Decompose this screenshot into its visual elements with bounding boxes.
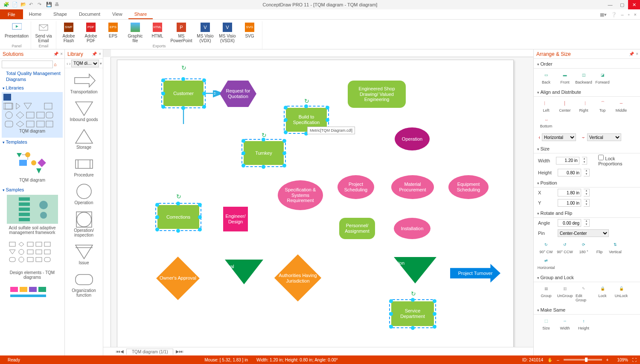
flip-horizontal-button[interactable]: ⇄Horizontal [538, 257, 554, 270]
file-tab[interactable]: File [0, 9, 23, 19]
group-section[interactable]: Group and Lock [534, 272, 640, 282]
rotation-handle[interactable]: ↻ [411, 290, 416, 295]
rotate-section[interactable]: Rotate and Flip [534, 208, 640, 218]
save-lib-icon[interactable] [3, 94, 11, 101]
width-input[interactable] [556, 157, 579, 165]
align-center-button[interactable]: │Center [557, 99, 573, 113]
bring-front-button[interactable]: ▬Front [557, 71, 573, 84]
undo-icon[interactable]: ↶ [29, 2, 35, 8]
align-middle-button[interactable]: ─Middle [613, 99, 629, 113]
lib-menu-icon[interactable]: ▾ [100, 61, 102, 66]
sample-thumbnail-3[interactable] [7, 284, 58, 304]
template-thumbnail[interactable] [9, 147, 56, 176]
pan-tool-icon[interactable]: ✋ [547, 358, 553, 362]
zoom-out-button[interactable]: – [553, 358, 564, 362]
templates-section[interactable]: Templates [2, 138, 63, 145]
zoom-in-button[interactable]: + [602, 358, 613, 362]
window-min-icon[interactable]: – [621, 12, 624, 17]
solutions-search-input[interactable] [2, 61, 53, 68]
width-spinner[interactable]: ▲▼ [582, 157, 588, 165]
window-close-icon[interactable]: × [634, 12, 637, 17]
maximize-button[interactable]: ▢ [616, 0, 628, 9]
export-vsdx-button[interactable]: VMS Visio (VSDX) [217, 21, 238, 44]
angle-spinner[interactable]: ▲▼ [584, 219, 590, 227]
bring-forward-button[interactable]: ◪Forward [594, 71, 611, 84]
open-icon[interactable]: 📂 [20, 2, 26, 8]
align-top-button[interactable]: ⎴Top [594, 99, 611, 113]
close-panel-icon[interactable]: × [99, 52, 101, 56]
sample-thumbnail-1[interactable] [7, 195, 58, 224]
export-svg-button[interactable]: SVGSVG [239, 21, 260, 44]
export-vdx-button[interactable]: VMS Visio (VDX) [195, 21, 216, 44]
same-size-button[interactable]: ⬚Size [538, 317, 554, 330]
close-panel-icon[interactable]: × [60, 52, 63, 56]
same-section[interactable]: Make Same [534, 305, 640, 315]
flip-vertical-button[interactable]: ⇅Vertical [607, 241, 623, 254]
align-left-button[interactable]: ⎸Left [538, 99, 554, 113]
panels-dropdown-icon[interactable]: ▦▾ [600, 12, 607, 17]
align-section[interactable]: Align and Distribute [534, 87, 640, 97]
tab-home[interactable]: Home [23, 9, 47, 19]
pin-select[interactable]: Center-Center [558, 229, 609, 237]
node-esd[interactable]: Engineered Shop Drawing/ Valued Engineer… [348, 81, 406, 108]
height-input[interactable] [558, 169, 581, 176]
position-section[interactable]: Position [534, 178, 640, 188]
close-panel-icon[interactable]: × [636, 52, 638, 56]
node-turnkey[interactable]: Turnkey [244, 141, 284, 165]
save-icon[interactable]: 💾 [46, 2, 52, 8]
prev-icon[interactable]: ‹ [67, 61, 68, 66]
node-corrections[interactable]: Corrections [157, 205, 199, 229]
y-input[interactable] [558, 199, 581, 207]
libraries-section[interactable]: Libraries [2, 84, 63, 91]
close-button[interactable]: ✕ [628, 0, 640, 9]
sample-thumbnail-2[interactable] [7, 240, 58, 269]
lib-storage[interactable]: Storage [67, 125, 101, 153]
same-height-button[interactable]: ↕Height [576, 317, 592, 330]
library-selector[interactable]: TQM di… [71, 60, 99, 67]
node-auth[interactable]: Authorities Having Jurisdiction [274, 266, 321, 291]
node-install[interactable]: Installation [394, 218, 431, 239]
page[interactable]: ↻ Customer Request for Quotation ↻ Build… [117, 60, 514, 347]
lock-button[interactable]: 🔒Lock [594, 285, 611, 302]
lib-op-inspection[interactable]: Operation/ inspection [67, 208, 101, 241]
tab-document[interactable]: Document [73, 9, 106, 19]
send-email-button[interactable]: Send via Email [33, 21, 54, 44]
tab-shape[interactable]: Shape [47, 9, 73, 19]
node-mat[interactable]: Material Procurement [391, 175, 434, 199]
lib-inbound[interactable]: Inbound goods [67, 98, 101, 125]
send-back-button[interactable]: ▭Back [538, 71, 554, 84]
next-page-icon[interactable]: ▶ [176, 349, 179, 354]
node-equip[interactable]: Equipment Scheduling [448, 175, 489, 199]
first-page-icon[interactable]: ⏮ [116, 349, 120, 354]
node-rfq[interactable]: Request for Quotation [220, 81, 256, 107]
samples-section[interactable]: Samples [2, 185, 63, 193]
distribute-horizontal[interactable]: ⫞Horizontal [538, 133, 576, 141]
presentation-button[interactable]: Presentation [4, 21, 29, 44]
node-proj[interactable]: Project Scheduling [337, 175, 374, 199]
pin-icon[interactable]: 📌 [92, 52, 97, 56]
lib-operation[interactable]: Operation [67, 181, 101, 208]
print-icon[interactable]: 🖶 [55, 2, 61, 8]
distribute-vertical[interactable]: ⫟Vertical [581, 133, 621, 141]
help-icon[interactable]: ❔ [611, 12, 617, 17]
ungroup-button[interactable]: ▥UnGroup [557, 285, 573, 302]
solution-root-link[interactable]: Total Quality Management Diagrams [2, 70, 63, 84]
home-icon[interactable]: ⌂ [54, 62, 57, 67]
y-spinner[interactable]: ▲▼ [584, 199, 590, 207]
node-turnover[interactable]: Project Turnover [450, 264, 500, 283]
rotate-ccw-button[interactable]: ↺90° CCW [557, 241, 573, 254]
order-section[interactable]: Order [534, 59, 640, 69]
align-right-button[interactable]: ⎹Right [576, 99, 592, 113]
sheet-tab[interactable]: TQM diagram (1/1) [126, 349, 173, 355]
lib-transportation[interactable]: Transportation [67, 70, 101, 98]
node-operation[interactable]: Operation [395, 127, 430, 150]
next-icon[interactable]: › [69, 61, 71, 66]
unlock-button[interactable]: 🔓UnLock [613, 285, 629, 302]
same-width-button[interactable]: ↔Width [557, 317, 573, 330]
minimize-button[interactable]: — [604, 0, 616, 9]
redo-icon[interactable]: ↷ [38, 2, 44, 8]
export-flash-button[interactable]: SWFAdobe Flash [58, 21, 79, 44]
rotation-handle[interactable]: ↻ [181, 64, 186, 69]
library-thumbnail[interactable] [3, 101, 55, 128]
tab-view[interactable]: View [106, 9, 128, 19]
